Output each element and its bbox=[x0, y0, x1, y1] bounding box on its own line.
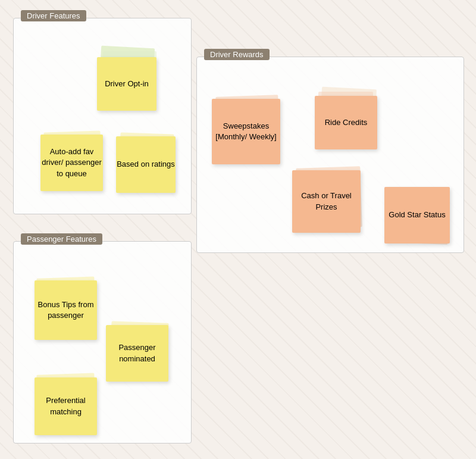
sweepstakes-note[interactable]: Sweepstakes [Monthly/ Weekly] bbox=[212, 99, 280, 164]
gold-star-note[interactable]: Gold Star Status bbox=[384, 187, 450, 243]
preferential-matching-note[interactable]: Preferential matching bbox=[35, 377, 97, 435]
driver-opt-in-note[interactable]: Driver Opt-in bbox=[97, 57, 156, 111]
based-on-ratings-note[interactable]: Based on ratings bbox=[116, 136, 176, 193]
auto-add-note[interactable]: Auto-add fav driver/ passenger to queue bbox=[40, 135, 103, 191]
driver-features-label: Driver Features bbox=[21, 10, 86, 21]
driver-features-box: Driver Features Driver Opt-in Auto-add f… bbox=[13, 18, 192, 214]
driver-rewards-label: Driver Rewards bbox=[204, 49, 270, 60]
ride-credits-note[interactable]: Ride Credits bbox=[315, 96, 377, 149]
passenger-features-label: Passenger Features bbox=[21, 233, 102, 245]
bonus-tips-note[interactable]: Bonus Tips from passenger bbox=[35, 280, 97, 340]
driver-rewards-box: Driver Rewards Sweepstakes [Monthly/ Wee… bbox=[196, 57, 464, 253]
passenger-features-box: Passenger Features Bonus Tips from passe… bbox=[13, 241, 192, 444]
passenger-nominated-note[interactable]: Passenger nominated bbox=[106, 325, 168, 382]
cash-prizes-note[interactable]: Cash or Travel Prizes bbox=[292, 170, 361, 233]
